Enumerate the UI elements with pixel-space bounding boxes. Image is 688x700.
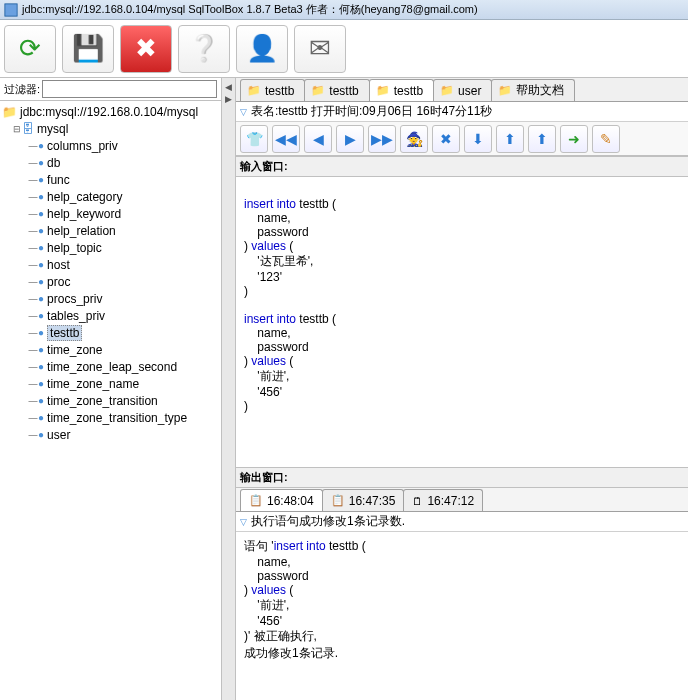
tool-ff-icon[interactable]: ▶▶: [368, 125, 396, 153]
inner-toolbar: 👕 ◀◀ ◀ ▶ ▶▶ 🧙 ✖ ⬇ ⬆ ⬆ ➜ ✎: [236, 122, 688, 156]
tab-testtb[interactable]: 📁testtb: [304, 79, 369, 101]
tab-testtb[interactable]: 📁testtb: [369, 79, 434, 101]
refresh-button[interactable]: ⟳: [4, 25, 56, 73]
sql-input-editor[interactable]: insert into testtb ( name, password) val…: [236, 177, 688, 467]
tool-play-icon[interactable]: ▶: [336, 125, 364, 153]
sql-output-viewer: 语句 'insert into testtb ( name, password)…: [236, 532, 688, 700]
tree-item-help_keyword[interactable]: —●help_keyword: [2, 205, 221, 222]
tree-item-user[interactable]: —●user: [2, 426, 221, 443]
tab-帮助文档[interactable]: 📁帮助文档: [491, 79, 575, 101]
tab-user[interactable]: 📁user: [433, 79, 492, 101]
tree-item-testtb[interactable]: —●testtb: [2, 324, 221, 341]
output-header: 输出窗口:: [236, 467, 688, 488]
tree-item-time_zone[interactable]: —●time_zone: [2, 341, 221, 358]
output-tabs: 📋16:48:04📋16:47:35🗒16:47:12: [236, 488, 688, 512]
folder-icon: 📁: [311, 84, 325, 97]
tree-item-tables_priv[interactable]: —●tables_priv: [2, 307, 221, 324]
sidebar: 过滤器: 📁jdbc:mysql://192.168.0.104/mysql⊟🗄…: [0, 78, 222, 700]
out-tab-16:48:04[interactable]: 📋16:48:04: [240, 489, 323, 511]
tree-item-time_zone_leap_second[interactable]: —●time_zone_leap_second: [2, 358, 221, 375]
tree-item-help_relation[interactable]: —●help_relation: [2, 222, 221, 239]
expand-right-icon[interactable]: ▶: [225, 94, 232, 104]
db-tree[interactable]: 📁jdbc:mysql://192.168.0.104/mysql⊟🗄mysql…: [0, 101, 221, 700]
table-icon: 📋: [249, 494, 263, 507]
expand-icon[interactable]: ▽: [240, 517, 247, 527]
tree-root[interactable]: 📁jdbc:mysql://192.168.0.104/mysql: [2, 103, 221, 120]
tree-item-help_topic[interactable]: —●help_topic: [2, 239, 221, 256]
tree-item-time_zone_transition[interactable]: —●time_zone_transition: [2, 392, 221, 409]
table-info-text: 表名:testtb 打开时间:09月06日 16时47分11秒: [251, 103, 492, 120]
tree-db[interactable]: ⊟🗄mysql: [2, 120, 221, 137]
tool-home-icon[interactable]: ⬆: [528, 125, 556, 153]
tool-shirt-icon[interactable]: 👕: [240, 125, 268, 153]
tree-item-func[interactable]: —●func: [2, 171, 221, 188]
filter-input[interactable]: [42, 80, 217, 98]
out-tab-16:47:12[interactable]: 🗒16:47:12: [403, 489, 483, 511]
tool-wizard-icon[interactable]: 🧙: [400, 125, 428, 153]
tree-item-proc[interactable]: —●proc: [2, 273, 221, 290]
main-toolbar: ⟳ 💾 ✖ ❔ 👤 ✉: [0, 20, 688, 78]
tool-up-icon[interactable]: ⬆: [496, 125, 524, 153]
splitter[interactable]: ◀ ▶: [222, 78, 236, 700]
tool-go-icon[interactable]: ➜: [560, 125, 588, 153]
out-tab-16:47:35[interactable]: 📋16:47:35: [322, 489, 405, 511]
tree-item-time_zone_transition_type[interactable]: —●time_zone_transition_type: [2, 409, 221, 426]
folder-icon: 📁: [376, 84, 390, 97]
folder-icon: 📁: [440, 84, 454, 97]
window-title: jdbc:mysql://192.168.0.104/mysql SqlTool…: [22, 2, 478, 17]
tab-testtb[interactable]: 📁testtb: [240, 79, 305, 101]
table-icon: 📋: [331, 494, 345, 507]
tool-back-icon[interactable]: ◀: [304, 125, 332, 153]
user-button[interactable]: 👤: [236, 25, 288, 73]
table-icon: 🗒: [412, 495, 423, 507]
tool-down-icon[interactable]: ⬇: [464, 125, 492, 153]
folder-icon: 📁: [247, 84, 261, 97]
help-button[interactable]: ❔: [178, 25, 230, 73]
app-icon: [4, 3, 18, 17]
exec-status-row: ▽ 执行语句成功修改1条记录数.: [236, 512, 688, 532]
table-info-row: ▽ 表名:testtb 打开时间:09月06日 16时47分11秒: [236, 102, 688, 122]
window-titlebar: jdbc:mysql://192.168.0.104/mysql SqlTool…: [0, 0, 688, 20]
tree-item-columns_priv[interactable]: —●columns_priv: [2, 137, 221, 154]
save-button[interactable]: 💾: [62, 25, 114, 73]
tool-prev-icon[interactable]: ◀◀: [272, 125, 300, 153]
mail-button[interactable]: ✉: [294, 25, 346, 73]
expand-icon[interactable]: ▽: [240, 107, 247, 117]
input-header: 输入窗口:: [236, 156, 688, 177]
main-panel: 📁testtb📁testtb📁testtb📁user📁帮助文档 ▽ 表名:tes…: [236, 78, 688, 700]
tree-item-host[interactable]: —●host: [2, 256, 221, 273]
tool-cancel-icon[interactable]: ✖: [432, 125, 460, 153]
tree-item-db[interactable]: —●db: [2, 154, 221, 171]
tree-item-help_category[interactable]: —●help_category: [2, 188, 221, 205]
tool-edit-icon[interactable]: ✎: [592, 125, 620, 153]
folder-icon: 📁: [498, 84, 512, 97]
tree-item-procs_priv[interactable]: —●procs_priv: [2, 290, 221, 307]
collapse-left-icon[interactable]: ◀: [225, 82, 232, 92]
close-button[interactable]: ✖: [120, 25, 172, 73]
exec-status-text: 执行语句成功修改1条记录数.: [251, 513, 405, 530]
filter-label: 过滤器:: [4, 82, 40, 97]
tree-item-time_zone_name[interactable]: —●time_zone_name: [2, 375, 221, 392]
svg-rect-0: [5, 3, 17, 15]
tab-bar: 📁testtb📁testtb📁testtb📁user📁帮助文档: [236, 78, 688, 102]
